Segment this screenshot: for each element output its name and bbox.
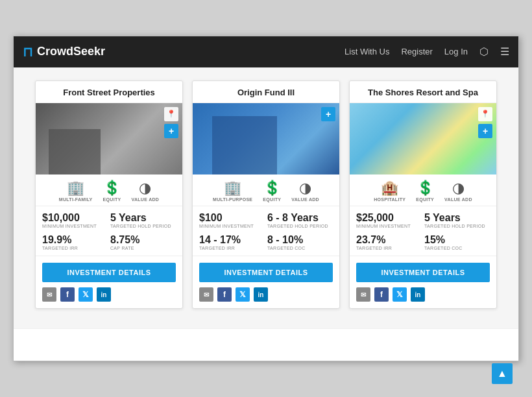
card-origin-fund: Origin Fund III+🏢Multi-Purpose💲Equity◑Va… bbox=[192, 80, 340, 309]
icon-symbol-shores-resort-2: ◑ bbox=[452, 181, 465, 195]
invest-button-front-street[interactable]: INVESTMENT DETAILS bbox=[42, 263, 176, 282]
navbar-logo: ⊓ CrowdSeekr bbox=[23, 44, 345, 60]
stat-value-front-street-1: 5 Years bbox=[110, 211, 176, 224]
stat2-origin-fund-0: 14 - 17%Targeted IRR bbox=[199, 234, 265, 250]
email-icon-front-street[interactable]: ✉ bbox=[42, 287, 56, 302]
stat-origin-fund-0: $100Minimum Investment bbox=[199, 211, 265, 228]
bottom-bar bbox=[14, 328, 518, 361]
stat-value-shores-resort-0: $25,000 bbox=[356, 211, 422, 224]
stat2-origin-fund-1: 8 - 10%Targeted COC bbox=[267, 234, 333, 250]
stat2-front-street-0: 19.9%Targeted IRR bbox=[42, 234, 108, 250]
invest-button-shores-resort[interactable]: INVESTMENT DETAILS bbox=[356, 263, 490, 282]
linkedin-icon-origin-fund[interactable]: in bbox=[254, 287, 268, 302]
stat-front-street-0: $10,000Minimum Investment bbox=[42, 211, 108, 228]
facebook-icon-origin-fund[interactable]: f bbox=[217, 287, 232, 302]
icon-item-shores-resort-2: ◑Value Add bbox=[444, 181, 472, 202]
stat2-value-front-street-0: 19.9% bbox=[42, 234, 108, 246]
stat2-label-front-street-1: Cap Rate bbox=[110, 246, 176, 250]
icon-item-front-street-2: ◑Value Add bbox=[131, 181, 159, 202]
stat2-shores-resort-0: 23.7%Targeted IRR bbox=[356, 234, 422, 250]
icon-symbol-origin-fund-2: ◑ bbox=[299, 181, 311, 195]
stat2-label-shores-resort-0: Targeted IRR bbox=[356, 246, 422, 250]
nav-register[interactable]: Register bbox=[401, 47, 432, 56]
stat-label-front-street-1: Targeted Hold Period bbox=[110, 224, 176, 228]
card-front-street: Front Street Properties📍+🏢Multi-Family💲E… bbox=[35, 80, 183, 309]
icon-label-front-street-2: Value Add bbox=[131, 197, 159, 202]
nav-list-with-us[interactable]: List With Us bbox=[345, 47, 389, 56]
stat-label-origin-fund-1: Targeted Hold Period bbox=[267, 224, 333, 228]
card-overlay-front-street: 📍+ bbox=[164, 107, 178, 138]
card-title-shores-resort: The Shores Resort and Spa bbox=[350, 81, 496, 103]
stats-grid-shores-resort: $25,000Minimum Investment5 YearsTargeted… bbox=[350, 206, 496, 231]
icon-label-shores-resort-0: Hospitality bbox=[374, 197, 405, 202]
stat-value-front-street-0: $10,000 bbox=[42, 211, 108, 224]
stat2-label-front-street-0: Targeted IRR bbox=[42, 246, 108, 250]
add-button-front-street[interactable]: + bbox=[164, 124, 178, 138]
icon-label-front-street-1: Equity bbox=[103, 197, 121, 202]
logo-text: CrowdSeekr bbox=[37, 45, 105, 58]
icon-symbol-shores-resort-1: 💲 bbox=[417, 181, 434, 195]
card-shores-resort: The Shores Resort and Spa📍+🏨Hospitality💲… bbox=[349, 80, 497, 309]
email-icon-origin-fund[interactable]: ✉ bbox=[199, 287, 213, 302]
icon-symbol-origin-fund-1: 💲 bbox=[263, 181, 281, 195]
invest-button-origin-fund[interactable]: INVESTMENT DETAILS bbox=[199, 263, 333, 282]
pin-button-front-street[interactable]: 📍 bbox=[164, 107, 178, 121]
nav-log-in[interactable]: Log In bbox=[444, 47, 468, 56]
navbar: ⊓ CrowdSeekr List With Us Register Log I… bbox=[14, 36, 518, 67]
scroll-top-button[interactable]: ▲ bbox=[492, 363, 513, 384]
stats-grid-origin-fund: $100Minimum Investment6 - 8 YearsTargete… bbox=[193, 206, 339, 231]
icon-label-origin-fund-1: Equity bbox=[263, 197, 281, 202]
share-icon[interactable]: ⬡ bbox=[479, 45, 489, 58]
card-title-origin-fund: Origin Fund III bbox=[193, 81, 339, 103]
stat-value-shores-resort-1: 5 Years bbox=[424, 211, 490, 224]
facebook-icon-shores-resort[interactable]: f bbox=[374, 287, 389, 302]
stat-value-origin-fund-0: $100 bbox=[199, 211, 265, 224]
linkedin-icon-shores-resort[interactable]: in bbox=[411, 287, 425, 302]
icon-symbol-shores-resort-0: 🏨 bbox=[381, 181, 398, 195]
card-image-shores-resort: 📍+ bbox=[350, 103, 496, 174]
icons-row-front-street: 🏢Multi-Family💲Equity◑Value Add bbox=[36, 174, 182, 206]
twitter-icon-origin-fund[interactable]: 𝕏 bbox=[236, 287, 250, 302]
add-button-origin-fund[interactable]: + bbox=[321, 107, 335, 121]
menu-icon[interactable]: ☰ bbox=[500, 45, 509, 58]
icon-item-shores-resort-0: 🏨Hospitality bbox=[374, 181, 405, 202]
card-image-origin-fund: + bbox=[193, 103, 339, 174]
stats-row2-origin-fund: 14 - 17%Targeted IRR8 - 10%Targeted COC bbox=[193, 231, 339, 256]
stat-shores-resort-1: 5 YearsTargeted Hold Period bbox=[424, 211, 490, 228]
icons-row-shores-resort: 🏨Hospitality💲Equity◑Value Add bbox=[350, 174, 496, 206]
icon-label-shores-resort-1: Equity bbox=[416, 197, 434, 202]
icon-item-origin-fund-2: ◑Value Add bbox=[291, 181, 319, 202]
stats-row2-front-street: 19.9%Targeted IRR8.75%Cap Rate bbox=[36, 231, 182, 256]
stat2-value-origin-fund-1: 8 - 10% bbox=[267, 234, 333, 246]
stat2-value-shores-resort-0: 23.7% bbox=[356, 234, 422, 246]
pin-button-shores-resort[interactable]: 📍 bbox=[478, 107, 492, 121]
stat-front-street-1: 5 YearsTargeted Hold Period bbox=[110, 211, 176, 228]
logo-icon: ⊓ bbox=[23, 44, 33, 60]
stat2-front-street-1: 8.75%Cap Rate bbox=[110, 234, 176, 250]
browser-wrapper: ⊓ CrowdSeekr List With Us Register Log I… bbox=[13, 36, 519, 361]
twitter-icon-front-street[interactable]: 𝕏 bbox=[79, 287, 93, 302]
linkedin-icon-front-street[interactable]: in bbox=[97, 287, 111, 302]
stats-row2-shores-resort: 23.7%Targeted IRR15%Targeted COC bbox=[350, 231, 496, 256]
stat2-shores-resort-1: 15%Targeted COC bbox=[424, 234, 490, 250]
stat-label-front-street-0: Minimum Investment bbox=[42, 224, 108, 228]
stat-shores-resort-0: $25,000Minimum Investment bbox=[356, 211, 422, 228]
navbar-links: List With Us Register Log In ⬡ ☰ bbox=[345, 45, 509, 58]
card-image-front-street: 📍+ bbox=[36, 103, 182, 174]
stats-grid-front-street: $10,000Minimum Investment5 YearsTargeted… bbox=[36, 206, 182, 231]
icon-symbol-front-street-2: ◑ bbox=[139, 181, 151, 195]
add-button-shores-resort[interactable]: + bbox=[478, 124, 492, 138]
icon-symbol-front-street-1: 💲 bbox=[103, 181, 121, 195]
stat-label-shores-resort-0: Minimum Investment bbox=[356, 224, 422, 228]
facebook-icon-front-street[interactable]: f bbox=[60, 287, 75, 302]
stat2-label-origin-fund-1: Targeted COC bbox=[267, 246, 333, 250]
stat-label-shores-resort-1: Targeted Hold Period bbox=[424, 224, 490, 228]
icon-label-front-street-0: Multi-Family bbox=[59, 197, 93, 202]
icon-symbol-origin-fund-0: 🏢 bbox=[224, 181, 241, 195]
icon-item-front-street-0: 🏢Multi-Family bbox=[59, 181, 93, 202]
stat-label-origin-fund-0: Minimum Investment bbox=[199, 224, 265, 228]
icon-symbol-front-street-0: 🏢 bbox=[67, 181, 84, 195]
twitter-icon-shores-resort[interactable]: 𝕏 bbox=[393, 287, 407, 302]
email-icon-shores-resort[interactable]: ✉ bbox=[356, 287, 370, 302]
card-overlay-shores-resort: 📍+ bbox=[478, 107, 492, 138]
